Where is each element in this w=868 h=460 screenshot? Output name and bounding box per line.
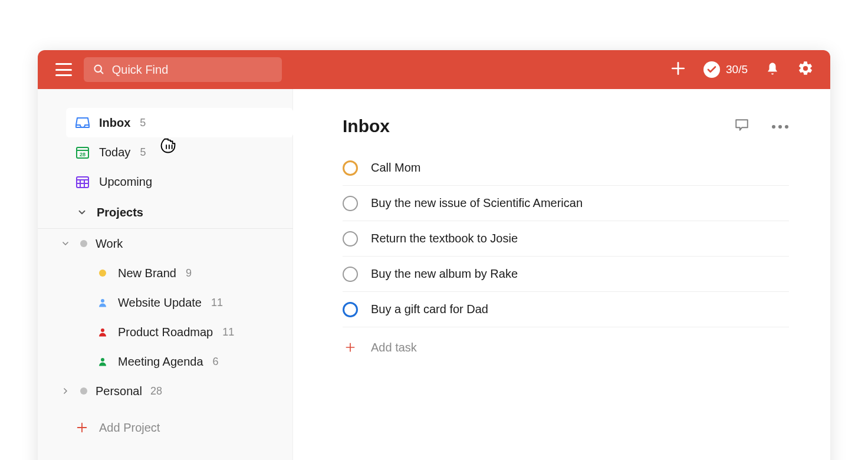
svg-point-14 (101, 358, 104, 362)
sidebar-item-label: Inbox (99, 116, 130, 130)
sidebar-item-today[interactable]: 28 Today 5 (66, 137, 293, 167)
notifications-icon[interactable] (765, 61, 780, 79)
task-checkbox[interactable] (343, 231, 358, 247)
svg-point-12 (101, 299, 104, 303)
project-label: Meeting Agenda (118, 355, 203, 369)
task-title: Buy the new album by Rake (371, 267, 518, 281)
sidebar: Inbox 5 28 Today 5 (38, 89, 293, 460)
calendar-upcoming-icon (75, 175, 90, 189)
sidebar-item-label: Upcoming (99, 175, 152, 189)
person-icon (97, 326, 108, 338)
comments-icon[interactable] (734, 117, 750, 135)
svg-rect-7 (77, 177, 88, 188)
project-count: 6 (213, 356, 219, 368)
task-title: Buy the new issue of Scientific American (371, 196, 583, 210)
project-label: Product Roadmap (118, 326, 213, 339)
svg-point-18 (778, 125, 782, 129)
task-title: Buy a gift card for Dad (371, 303, 488, 316)
sidebar-item-count: 5 (140, 146, 146, 159)
svg-point-13 (101, 328, 104, 332)
project-item-new-brand[interactable]: New Brand 9 (66, 258, 292, 288)
task-checkbox[interactable] (343, 302, 358, 317)
project-color-dot (97, 267, 108, 279)
task-title: Return the textbook to Josie (371, 232, 518, 245)
person-icon (97, 297, 108, 308)
project-label: Personal (96, 385, 142, 398)
task-row[interactable]: Return the textbook to Josie (343, 221, 789, 257)
project-count: 11 (211, 297, 223, 309)
sidebar-item-inbox[interactable]: Inbox 5 (66, 108, 293, 137)
search-box[interactable] (84, 57, 282, 82)
svg-line-1 (100, 71, 103, 73)
page-title: Inbox (343, 116, 734, 136)
sidebar-item-upcoming[interactable]: Upcoming (66, 167, 293, 196)
main-content: Inbox (293, 89, 830, 460)
chevron-down-icon (61, 239, 70, 248)
task-checkbox[interactable] (343, 196, 358, 211)
project-count: 28 (150, 385, 162, 397)
calendar-today-icon: 28 (75, 145, 90, 159)
search-icon (93, 63, 105, 76)
check-circle-icon (703, 61, 720, 78)
project-label: Website Update (118, 296, 202, 310)
menu-icon[interactable] (55, 63, 72, 76)
settings-icon[interactable] (797, 60, 814, 79)
productivity-button[interactable]: 30/5 (703, 61, 748, 78)
sidebar-item-label: Today (99, 146, 130, 159)
project-item-website-update[interactable]: Website Update 11 (66, 288, 292, 317)
project-count: 11 (222, 326, 234, 339)
plus-icon (343, 340, 358, 355)
task-row[interactable]: Buy a gift card for Dad (343, 292, 789, 327)
quick-add-button[interactable] (670, 61, 686, 78)
project-item-meeting-agenda[interactable]: Meeting Agenda 6 (66, 347, 292, 376)
svg-point-19 (785, 125, 788, 129)
svg-text:28: 28 (80, 152, 86, 157)
task-checkbox[interactable] (343, 267, 358, 282)
task-row[interactable]: Buy the new album by Rake (343, 257, 789, 292)
project-color-dot (80, 387, 87, 395)
task-row[interactable]: Buy the new issue of Scientific American (343, 186, 789, 221)
karma-count: 30/5 (726, 63, 748, 76)
project-color-dot (80, 240, 87, 247)
more-options-icon[interactable] (771, 121, 789, 132)
top-bar: 30/5 (38, 50, 830, 89)
add-project-button[interactable]: Add Project (66, 413, 292, 442)
project-count: 9 (186, 267, 192, 280)
projects-header-label: Projects (97, 206, 143, 219)
task-title: Call Mom (371, 161, 420, 175)
project-label: Work (96, 237, 123, 251)
sidebar-item-count: 5 (140, 117, 146, 129)
person-icon (97, 356, 108, 367)
app-window: 30/5 (38, 50, 830, 460)
task-checkbox[interactable] (343, 160, 358, 176)
chevron-down-icon (77, 207, 87, 218)
add-task-button[interactable]: Add task (343, 330, 789, 365)
project-label: New Brand (118, 267, 176, 280)
svg-point-17 (772, 125, 775, 129)
add-project-label: Add Project (99, 421, 160, 435)
top-right-actions: 30/5 (670, 60, 814, 79)
main-header: Inbox (343, 116, 789, 136)
projects-header[interactable]: Projects (66, 196, 293, 228)
project-group-work[interactable]: Work (59, 229, 292, 258)
body: Inbox 5 28 Today 5 (38, 89, 830, 460)
plus-icon (75, 421, 88, 434)
task-row[interactable]: Call Mom (343, 150, 789, 186)
chevron-right-icon (61, 386, 70, 396)
add-task-label: Add task (371, 341, 417, 354)
project-group-personal[interactable]: Personal 28 (59, 376, 292, 406)
search-input[interactable] (112, 63, 272, 77)
project-item-product-roadmap[interactable]: Product Roadmap 11 (66, 317, 292, 347)
inbox-icon (75, 116, 90, 130)
